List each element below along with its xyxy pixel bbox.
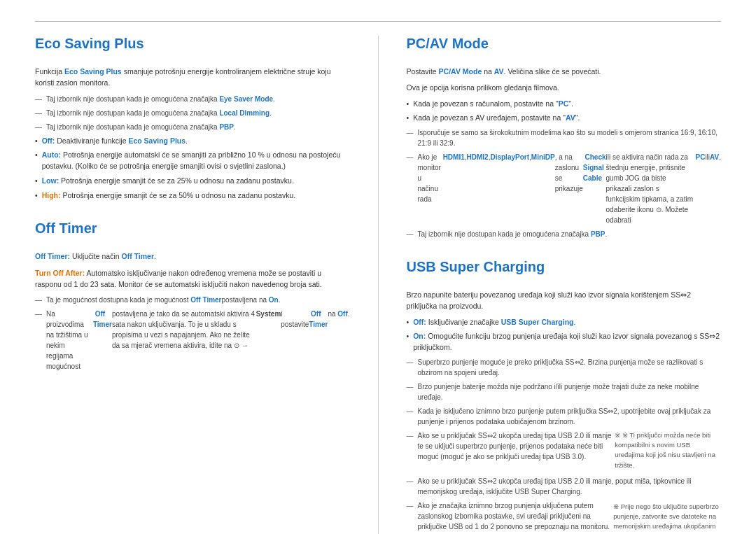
usb-bullet-on: On: Omogućite funkciju brzog punjenja ur… — [407, 331, 722, 353]
pcav-note1: Isporučuje se samo sa širokokutnim model… — [407, 127, 722, 148]
usb-note6: Ako je značajka iznimno brzog punjenja u… — [407, 500, 722, 534]
eco-bullet-auto: Auto: Potrošnja energije automatski će s… — [35, 150, 350, 172]
off-timer-title: Off Timer — [35, 220, 350, 241]
usb-charging-title: USB Super Charging — [407, 259, 722, 279]
usb-note5: Ako se u priključak SS⇔2 ukopča uređaj t… — [407, 476, 722, 497]
pcav-bullet-av: Kada je povezan s AV uređajem, postavite… — [407, 113, 722, 124]
eco-note-3: Taj izbornik nije dostupan kada je omogu… — [35, 122, 350, 132]
left-column: Eco Saving Plus Funkcija Eco Saving Plus… — [35, 36, 379, 534]
usb-note2: Brzo punjenje baterije možda nije podrža… — [407, 381, 722, 402]
off-timer-note3: Ta je mogućnost dostupna kada je mogućno… — [35, 295, 350, 305]
usb-note4: Ako se u priključak SS⇔2 ukopča uređaj t… — [407, 430, 722, 472]
pcav-line2: Ova je opcija korisna prilikom gledanja … — [407, 82, 722, 93]
usb-asterisk1: ※ Ti priključci možda neće biti kompatib… — [615, 430, 721, 470]
eco-note-1: Taj izbornik nije dostupan kada je omogu… — [35, 94, 350, 104]
usb-note1: Superbrzo punjenje moguće je preko prikl… — [407, 357, 722, 378]
off-timer-note4: Na proizvodima na tržištima u nekim regi… — [35, 309, 350, 372]
off-timer-note1: Off Timer: Uključite način Off Timer. — [35, 251, 350, 262]
top-divider — [35, 21, 721, 22]
off-timer-section: Off Timer Off Timer: Uključite način Off… — [35, 220, 350, 372]
usb-bullet-off: Off: Isključivanje značajke USB Super Ch… — [407, 317, 722, 328]
pcav-section: PC/AV Mode Postavite PC/AV Mode na AV. V… — [407, 36, 722, 239]
eco-bullet-high: High: Potrošnja energije smanjit će se z… — [35, 190, 350, 202]
eco-saving-section: Eco Saving Plus Funkcija Eco Saving Plus… — [35, 36, 350, 201]
main-columns: Eco Saving Plus Funkcija Eco Saving Plus… — [35, 36, 721, 534]
eco-saving-intro: Funkcija Eco Saving Plus smanjuje potroš… — [35, 66, 350, 89]
pcav-bullet-pc: Kada je povezan s računalom, postavite n… — [407, 99, 722, 110]
pcav-intro: Postavite PC/AV Mode na AV. Veličina sli… — [407, 66, 722, 77]
eco-saving-link: Eco Saving Plus — [64, 67, 122, 76]
pcav-note3: Taj izbornik nije dostupan kada je omogu… — [407, 229, 722, 239]
usb-charging-intro: Brzo napunite bateriju povezanog uređaja… — [407, 289, 722, 312]
pcav-title: PC/AV Mode — [407, 36, 722, 56]
eco-bullet-off: Off: Deaktiviranje funkcije Eco Saving P… — [35, 136, 350, 147]
eco-saving-title: Eco Saving Plus — [35, 36, 350, 56]
usb-note3: Kada je isključeno iznimno brzo punjenje… — [407, 406, 722, 427]
usb-charging-section: USB Super Charging Brzo napunite baterij… — [407, 259, 722, 534]
pcav-note2: Ako je monitor u načinu rada HDMI1, HDMI… — [407, 152, 722, 225]
eco-bullet-low: Low: Potrošnja energije smanjit će se za… — [35, 176, 350, 187]
off-timer-note2: Turn Off After: Automatsko isključivanje… — [35, 267, 350, 290]
eco-note-2: Taj izbornik nije dostupan kada je omogu… — [35, 108, 350, 118]
right-column: PC/AV Mode Postavite PC/AV Mode na AV. V… — [407, 36, 722, 534]
